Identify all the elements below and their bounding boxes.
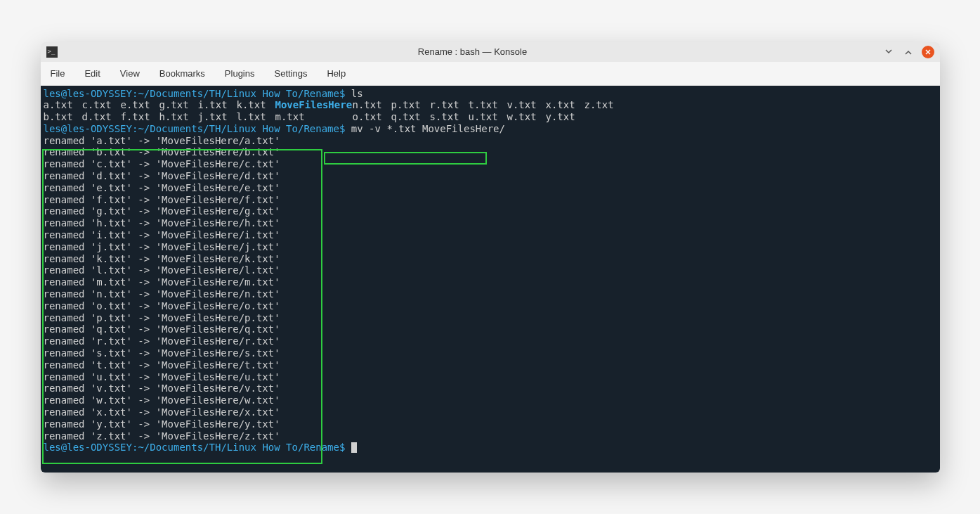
rename-line: renamed 'z.txt' -> 'MoveFilesHere/z.txt' xyxy=(44,430,937,442)
rename-line: renamed 't.txt' -> 'MoveFilesHere/t.txt' xyxy=(44,359,937,371)
command-ls: ls xyxy=(351,88,363,99)
prompt-line-3: les@les-ODYSSEY:~/Documents/TH/Linux How… xyxy=(44,442,937,454)
konsole-window: Rename : bash — Konsole File Edit View B… xyxy=(41,42,940,473)
rename-line: renamed 'd.txt' -> 'MoveFilesHere/d.txt' xyxy=(44,170,937,182)
rename-line: renamed 'f.txt' -> 'MoveFilesHere/f.txt' xyxy=(44,194,937,206)
rename-line: renamed 'y.txt' -> 'MoveFilesHere/y.txt' xyxy=(44,418,937,430)
rename-line: renamed 'p.txt' -> 'MoveFilesHere/p.txt' xyxy=(44,312,937,324)
rename-line: renamed 'h.txt' -> 'MoveFilesHere/h.txt' xyxy=(44,217,937,229)
rename-line: renamed 'n.txt' -> 'MoveFilesHere/n.txt' xyxy=(44,288,937,300)
cursor xyxy=(351,442,357,453)
window-title: Rename : bash — Konsole xyxy=(63,46,882,57)
ls-row-2: b.txtd.txtf.txth.txtj.txtl.txtm.txto.txt… xyxy=(44,111,937,123)
prompt-userhost: les@les-ODYSSEY xyxy=(44,88,132,99)
rename-line: renamed 'k.txt' -> 'MoveFilesHere/k.txt' xyxy=(44,253,937,265)
menu-edit[interactable]: Edit xyxy=(74,65,110,82)
prompt-line-2: les@les-ODYSSEY:~/Documents/TH/Linux How… xyxy=(44,123,937,135)
rename-line: renamed 'e.txt' -> 'MoveFilesHere/e.txt' xyxy=(44,182,937,194)
prompt-path: ~/Documents/TH/Linux How To/Rename xyxy=(138,88,339,99)
menu-bookmarks[interactable]: Bookmarks xyxy=(150,65,215,82)
rename-line: renamed 'r.txt' -> 'MoveFilesHere/r.txt' xyxy=(44,335,937,347)
rename-line: renamed 'v.txt' -> 'MoveFilesHere/v.txt' xyxy=(44,383,937,394)
menu-help[interactable]: Help xyxy=(317,65,355,82)
minimize-button[interactable] xyxy=(882,46,895,58)
maximize-button[interactable] xyxy=(902,46,915,58)
rename-line: renamed 'j.txt' -> 'MoveFilesHere/j.txt' xyxy=(44,241,937,253)
menu-plugins[interactable]: Plugins xyxy=(215,65,265,82)
rename-line: renamed 'c.txt' -> 'MoveFilesHere/c.txt' xyxy=(44,158,937,170)
close-button[interactable] xyxy=(922,46,934,58)
mv-output: renamed 'a.txt' -> 'MoveFilesHere/a.txt'… xyxy=(44,135,937,442)
rename-line: renamed 'l.txt' -> 'MoveFilesHere/l.txt' xyxy=(44,264,937,276)
menubar: File Edit View Bookmarks Plugins Setting… xyxy=(41,62,940,86)
rename-line: renamed 'g.txt' -> 'MoveFilesHere/g.txt' xyxy=(44,205,937,217)
rename-line: renamed 's.txt' -> 'MoveFilesHere/s.txt' xyxy=(44,347,937,359)
window-controls xyxy=(882,46,934,58)
rename-line: renamed 'o.txt' -> 'MoveFilesHere/o.txt' xyxy=(44,300,937,312)
terminal-icon xyxy=(46,46,58,58)
rename-line: renamed 'q.txt' -> 'MoveFilesHere/q.txt' xyxy=(44,323,937,335)
rename-line: renamed 'm.txt' -> 'MoveFilesHere/m.txt' xyxy=(44,276,937,288)
rename-line: renamed 'a.txt' -> 'MoveFilesHere/a.txt' xyxy=(44,135,937,147)
menu-file[interactable]: File xyxy=(41,65,75,82)
prompt-line-1: les@les-ODYSSEY:~/Documents/TH/Linux How… xyxy=(44,88,937,100)
ls-row-1: a.txtc.txte.txtg.txti.txtk.txtMoveFilesH… xyxy=(44,99,937,111)
rename-line: renamed 'b.txt' -> 'MoveFilesHere/b.txt' xyxy=(44,146,937,158)
menu-settings[interactable]: Settings xyxy=(264,65,317,82)
rename-line: renamed 'x.txt' -> 'MoveFilesHere/x.txt' xyxy=(44,406,937,418)
titlebar[interactable]: Rename : bash — Konsole xyxy=(41,42,940,62)
command-mv: mv -v *.txt MoveFilesHere/ xyxy=(351,123,505,134)
rename-line: renamed 'u.txt' -> 'MoveFilesHere/u.txt' xyxy=(44,371,937,383)
rename-line: renamed 'i.txt' -> 'MoveFilesHere/i.txt' xyxy=(44,229,937,241)
rename-line: renamed 'w.txt' -> 'MoveFilesHere/w.txt' xyxy=(44,394,937,406)
menu-view[interactable]: View xyxy=(110,65,150,82)
terminal-viewport[interactable]: les@les-ODYSSEY:~/Documents/TH/Linux How… xyxy=(41,86,940,473)
dir-movefileshere: MoveFilesHere xyxy=(275,99,353,111)
